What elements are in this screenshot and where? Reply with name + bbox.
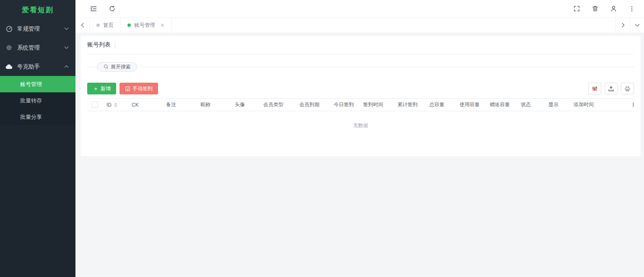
- tab-label: 账号管理: [134, 22, 155, 29]
- expand-search-label: 展开搜索: [111, 63, 131, 71]
- column-label: ID: [106, 102, 112, 108]
- sidebar-item-label: 夸克助手: [17, 63, 64, 71]
- tab-bar-spacer: [172, 18, 615, 33]
- column-header-nickname: 昵称: [196, 99, 231, 111]
- empty-state: 无数据: [87, 111, 634, 129]
- sidebar-item-general-management[interactable]: 常规管理: [0, 19, 75, 38]
- table-tools: [588, 83, 634, 94]
- sidebar-item-account-management[interactable]: 账号管理: [0, 76, 75, 92]
- sidebar-filler: [0, 125, 75, 277]
- fullscreen-icon[interactable]: [571, 3, 582, 14]
- top-bar-actions: [564, 3, 637, 14]
- tabs-scroll-left-icon[interactable]: [75, 18, 90, 33]
- column-header-total-checkin: 累计签到: [393, 99, 425, 111]
- content-area: 账号列表 展开搜索 ＋: [75, 33, 644, 277]
- select-all-checkbox[interactable]: [92, 102, 98, 108]
- sidebar-submenu: 账号管理 批量转存 批量分享: [0, 76, 75, 125]
- print-icon: [624, 86, 631, 92]
- tabs-dropdown-icon[interactable]: [630, 18, 644, 33]
- custom-columns-icon: [592, 86, 598, 92]
- add-button-label: 新增: [101, 85, 111, 92]
- expand-search-button[interactable]: 展开搜索: [97, 62, 137, 72]
- search-icon: [104, 64, 109, 69]
- app-logo: 爱看短剧: [0, 0, 75, 19]
- column-header-status: 状态: [517, 99, 544, 111]
- tabs-scroll-right-icon[interactable]: [615, 18, 630, 33]
- column-header-avatar: 头像: [231, 99, 259, 111]
- tab-active-dot: [127, 24, 131, 27]
- select-all-cell: [87, 99, 102, 111]
- trash-icon[interactable]: [589, 3, 600, 14]
- column-header-member-expire: 会员到期: [295, 99, 330, 111]
- page-title: 账号列表: [87, 41, 111, 49]
- chevron-up-icon: [64, 65, 69, 68]
- cloud-icon: [5, 63, 13, 70]
- custom-columns-button[interactable]: [588, 83, 601, 94]
- column-header-checkin-time: 签到时间: [359, 99, 393, 111]
- title-divider: [115, 42, 115, 48]
- sub-item-label: 批量转存: [20, 97, 42, 105]
- column-header-remark: 备注: [162, 99, 196, 111]
- table-container: ID CK 备注 昵称 头像 会员类型 会员到期 今日签到 签到时间 累计签到 …: [87, 98, 634, 129]
- gear-icon: [5, 44, 13, 51]
- plus-icon: ＋: [93, 86, 99, 91]
- column-header-visible: 显示: [544, 99, 569, 111]
- main-area: 首页 账号管理 ✕ 账号列表: [75, 0, 644, 277]
- column-header-ck: CK: [127, 99, 162, 111]
- sidebar-item-system-management[interactable]: 系统管理: [0, 38, 75, 57]
- user-icon[interactable]: [608, 3, 619, 14]
- collapse-sidebar-icon[interactable]: [88, 3, 99, 14]
- sidebar-item-quark-assistant[interactable]: 夸克助手: [0, 57, 75, 76]
- column-header-gift-capacity: 赠送容量: [486, 99, 517, 111]
- dashboard-icon: [5, 25, 13, 32]
- checkin-icon: [125, 86, 130, 91]
- card-title-row: 账号列表: [87, 36, 634, 55]
- column-header-today-checkin: 今日签到: [330, 99, 359, 111]
- tab-label: 首页: [103, 22, 114, 29]
- account-list-card: 账号列表 展开搜索 ＋: [80, 36, 641, 156]
- sub-item-label: 批量分享: [20, 113, 42, 121]
- sidebar-item-label: 系统管理: [17, 44, 64, 52]
- print-button[interactable]: [621, 83, 634, 94]
- tab-home[interactable]: 首页: [90, 18, 121, 33]
- tab-account-management[interactable]: 账号管理 ✕: [121, 18, 172, 33]
- manual-checkin-label: 手动签到: [132, 85, 153, 92]
- sort-icon[interactable]: [114, 103, 117, 107]
- sidebar-item-batch-share[interactable]: 批量分享: [0, 109, 75, 125]
- chevron-down-icon: [64, 46, 69, 49]
- column-header-id[interactable]: ID: [102, 99, 127, 111]
- export-button[interactable]: [605, 83, 618, 94]
- sub-item-label: 账号管理: [20, 81, 42, 88]
- column-header-added-time: 添加时间: [569, 99, 628, 111]
- table-header-row: ID CK 备注 昵称 头像 会员类型 会员到期 今日签到 签到时间 累计签到 …: [87, 98, 634, 111]
- add-button[interactable]: ＋ 新增: [87, 83, 116, 94]
- app-root: 爱看短剧 常规管理 系统管理: [0, 0, 644, 277]
- sidebar-item-label: 常规管理: [17, 25, 64, 33]
- chevron-down-icon: [64, 27, 69, 30]
- sidebar: 爱看短剧 常规管理 系统管理: [0, 0, 75, 277]
- column-header-total-capacity: 总容量: [425, 99, 455, 111]
- search-divider-line: 展开搜索: [87, 67, 634, 67]
- sidebar-item-batch-transfer[interactable]: 批量转存: [0, 92, 75, 109]
- column-header-action: 操作: [628, 99, 634, 111]
- export-icon: [608, 86, 614, 92]
- tab-bar: 首页 账号管理 ✕: [75, 18, 644, 33]
- table-toolbar: ＋ 新增 手动签到: [87, 79, 634, 98]
- refresh-icon[interactable]: [106, 3, 117, 14]
- column-header-used-capacity: 使用容量: [455, 99, 486, 111]
- top-bar: [75, 0, 644, 18]
- more-vertical-icon[interactable]: [626, 3, 637, 14]
- manual-checkin-button[interactable]: 手动签到: [119, 83, 158, 94]
- column-header-member-type: 会员类型: [259, 99, 295, 111]
- search-toggle-row: 展开搜索: [87, 55, 634, 79]
- close-icon[interactable]: ✕: [160, 23, 165, 28]
- tab-dot: [96, 24, 100, 27]
